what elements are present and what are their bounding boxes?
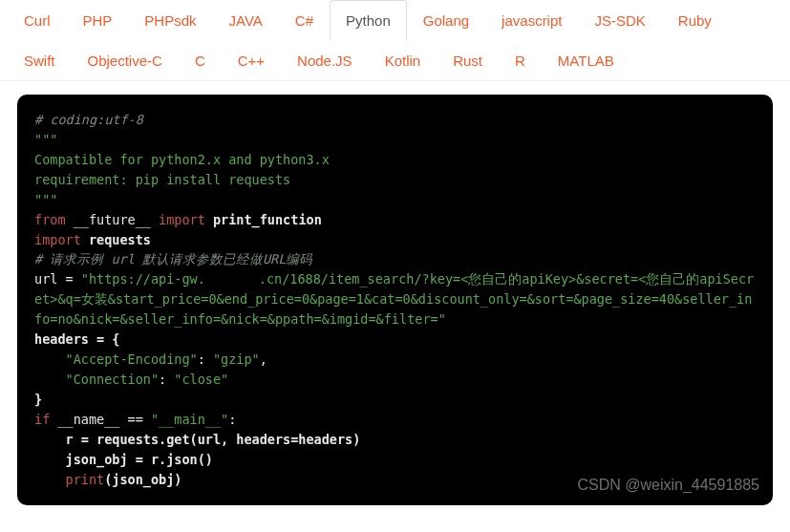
keyword-import: import	[159, 212, 205, 227]
tab-python[interactable]: Python	[330, 0, 407, 41]
tab-nodejs[interactable]: Node.JS	[281, 40, 369, 81]
redacted-host	[205, 274, 259, 286]
tab-cpp[interactable]: C++	[222, 40, 281, 81]
tab-c[interactable]: C	[179, 40, 222, 81]
code-text: (json_obj)	[104, 472, 181, 487]
tab-csharp[interactable]: C#	[279, 0, 330, 41]
code-line: requirement: pip install requests	[34, 172, 290, 187]
code-text: __name__ ==	[50, 412, 151, 427]
code-line: }	[34, 392, 42, 407]
tab-jssdk[interactable]: JS-SDK	[578, 0, 661, 41]
code-block: # coding:utf-8 """ Compatible for python…	[17, 95, 773, 505]
code-line: """	[34, 132, 57, 147]
code-line: r = requests.get(url, headers=headers)	[34, 432, 360, 447]
language-tabs: Curl PHP PHPsdk JAVA C# Python Golang ja…	[0, 0, 790, 81]
keyword-if: if	[34, 412, 50, 427]
code-text: :	[159, 372, 174, 387]
code-content: # coding:utf-8 """ Compatible for python…	[34, 110, 756, 490]
code-text: :	[228, 412, 236, 427]
tab-r[interactable]: R	[499, 40, 542, 81]
code-line: """	[34, 192, 57, 207]
tab-javascript[interactable]: javascript	[485, 0, 578, 41]
code-text	[34, 472, 66, 487]
code-line: headers = {	[34, 331, 119, 347]
dict-key: "Accept-Encoding"	[34, 351, 198, 367]
tab-kotlin[interactable]: Kotlin	[369, 40, 438, 81]
keyword-import: import	[34, 232, 81, 247]
tab-java[interactable]: JAVA	[213, 0, 279, 41]
code-text: __future__	[66, 212, 160, 227]
code-text: ,	[260, 351, 267, 367]
string-literal: "__main__"	[151, 412, 228, 427]
tab-ruby[interactable]: Ruby	[662, 0, 728, 41]
tab-objc[interactable]: Objective-C	[72, 40, 179, 81]
tab-phpsdk[interactable]: PHPsdk	[128, 0, 212, 41]
tab-curl[interactable]: Curl	[8, 0, 67, 41]
code-line: Compatible for python2.x and python3.x	[34, 152, 330, 167]
dict-key: "Connection"	[34, 372, 159, 387]
tab-golang[interactable]: Golang	[407, 0, 485, 41]
dict-value: "gzip"	[213, 351, 260, 367]
builtin-print: print	[66, 472, 105, 487]
string-literal: "https://api-gw.	[81, 271, 205, 287]
code-comment: # 请求示例 url 默认请求参数已经做URL编码	[34, 251, 312, 266]
code-line: json_obj = r.json()	[34, 452, 213, 467]
tab-matlab[interactable]: MATLAB	[542, 40, 630, 81]
identifier: print_function	[205, 212, 322, 227]
code-text: url =	[34, 271, 81, 287]
tab-swift[interactable]: Swift	[8, 40, 72, 81]
keyword-from: from	[34, 212, 66, 227]
tab-php[interactable]: PHP	[67, 0, 129, 41]
identifier: requests	[81, 232, 151, 247]
code-line: # coding:utf-8	[34, 112, 143, 127]
code-text: :	[198, 351, 213, 367]
dict-value: "close"	[174, 372, 228, 387]
tab-rust[interactable]: Rust	[437, 40, 499, 81]
